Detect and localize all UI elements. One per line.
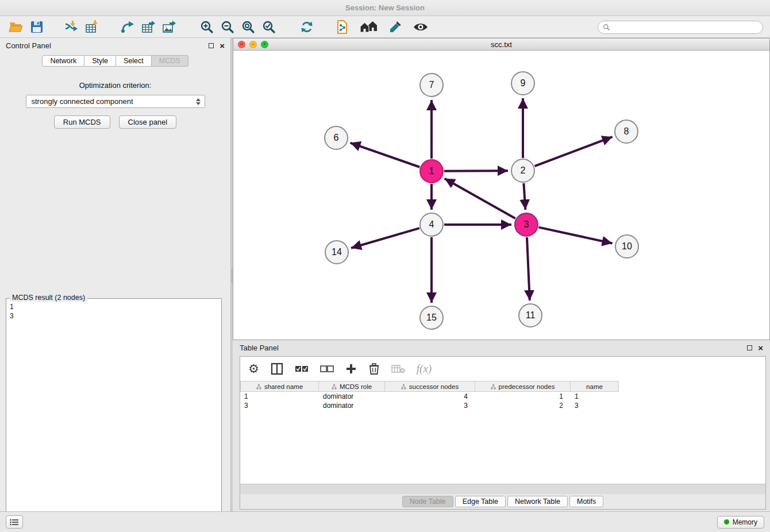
column-type-icon	[332, 384, 337, 390]
table-cell[interactable]: dominator	[319, 392, 385, 401]
graph-edge-1-2[interactable]	[444, 171, 508, 171]
table-cell[interactable]: 1	[571, 392, 619, 401]
zoom-in-icon[interactable]	[197, 17, 217, 37]
tab-select[interactable]: Select	[116, 55, 152, 67]
minimize-window-icon[interactable]: −	[249, 41, 257, 48]
search-icon	[603, 24, 610, 31]
tab-style[interactable]: Style	[84, 55, 116, 67]
first-neighbors-icon[interactable]	[357, 17, 380, 37]
column-header-mcds-role[interactable]: MCDS role	[319, 381, 385, 392]
import-network-icon[interactable]	[61, 17, 82, 37]
export-network-icon[interactable]	[117, 17, 138, 37]
graph-node-3[interactable]: 3	[514, 213, 538, 237]
tab-edge-table[interactable]: Edge Table	[455, 496, 506, 507]
select-all-columns-icon[interactable]	[295, 360, 309, 377]
graph-edge-2-8[interactable]	[535, 137, 613, 166]
float-panel-icon[interactable]	[209, 43, 214, 48]
show-graphics-details-icon[interactable]	[410, 17, 431, 37]
graph-node-6[interactable]: 6	[324, 126, 348, 150]
zoom-selected-icon[interactable]	[259, 17, 279, 37]
graph-edge-3-10[interactable]	[538, 228, 612, 244]
open-session-icon[interactable]	[6, 17, 26, 37]
column-header-name[interactable]: name	[571, 381, 619, 392]
style-paint-icon[interactable]	[385, 17, 406, 37]
tab-network-table[interactable]: Network Table	[507, 496, 568, 507]
graph-edge-3-11[interactable]	[527, 237, 530, 300]
memory-label: Memory	[733, 518, 757, 526]
close-panel-icon[interactable]: ×	[220, 41, 225, 50]
run-mcds-button[interactable]: Run MCDS	[54, 115, 110, 129]
mcds-result-item[interactable]: 3	[10, 311, 220, 321]
graph-node-15[interactable]: 15	[419, 306, 444, 330]
maximize-window-icon[interactable]: +	[261, 41, 268, 48]
zoom-fit-icon[interactable]	[238, 17, 259, 37]
close-panel-button[interactable]: Close panel	[119, 115, 177, 129]
table-tabs: Node Table Edge Table Network Table Moti…	[240, 494, 765, 509]
network-file-icon[interactable]	[332, 17, 353, 37]
mcds-result-item[interactable]: 1	[10, 302, 220, 311]
task-history-button[interactable]	[6, 515, 23, 529]
graph-node-11[interactable]: 11	[518, 303, 542, 327]
graph-edge-1-6[interactable]	[351, 143, 420, 167]
network-canvas[interactable]: 7968124314101511	[233, 51, 769, 340]
tab-mcds[interactable]: MCDS	[152, 55, 188, 67]
network-view-title: scc.txt	[491, 40, 512, 49]
graph-node-8[interactable]: 8	[614, 119, 638, 144]
column-header-predecessor-nodes[interactable]: predecessor nodes	[475, 381, 571, 392]
tab-network[interactable]: Network	[42, 55, 84, 67]
search-input[interactable]	[610, 21, 763, 33]
table-cell[interactable]: 3	[385, 401, 475, 410]
unselect-all-columns-icon[interactable]	[320, 360, 334, 377]
graph-node-10[interactable]: 10	[615, 234, 639, 259]
tab-motifs[interactable]: Motifs	[569, 496, 603, 507]
memory-status-icon	[724, 519, 729, 525]
graph-edge-2-3[interactable]	[523, 183, 525, 210]
apply-layout-icon[interactable]	[297, 17, 317, 37]
tab-node-table[interactable]: Node Table	[402, 496, 453, 507]
graph-node-9[interactable]: 9	[511, 71, 535, 95]
table-cell[interactable]: dominator	[319, 401, 385, 410]
criterion-dropdown[interactable]: strongly connected component	[26, 95, 205, 108]
save-session-icon[interactable]	[26, 17, 47, 37]
graph-node-7[interactable]: 7	[419, 73, 444, 97]
table-cell[interactable]: 2	[475, 401, 571, 410]
graph-node-4[interactable]: 4	[419, 213, 444, 237]
table-settings-icon[interactable]: ⚙	[248, 360, 259, 377]
table-row[interactable]: 1dominator411	[240, 392, 765, 401]
table-row[interactable]: 3dominator323	[240, 401, 765, 410]
graph-edge-3-1[interactable]	[445, 179, 515, 218]
table-cell[interactable]: 3	[571, 401, 619, 410]
table-cell[interactable]: 1	[475, 392, 571, 401]
column-header-successor-nodes[interactable]: successor nodes	[385, 381, 475, 392]
mcds-result-box: MCDS result (2 nodes) 13	[6, 298, 222, 513]
graph-node-2[interactable]: 2	[511, 159, 535, 183]
add-column-icon[interactable]	[345, 360, 357, 377]
close-table-panel-icon[interactable]: ×	[758, 344, 763, 352]
graph-node-14[interactable]: 14	[325, 240, 349, 264]
function-builder-icon: f(x)	[417, 360, 432, 377]
import-table-icon[interactable]	[82, 17, 102, 37]
table-panel-title: Table Panel	[240, 344, 747, 352]
table-rows: 1dominator4113dominator323	[240, 392, 765, 410]
column-header-shared-name[interactable]: shared name	[240, 381, 319, 392]
zoom-out-icon[interactable]	[217, 17, 238, 37]
memory-button[interactable]: Memory	[717, 516, 764, 529]
show-columns-icon[interactable]	[271, 360, 283, 377]
graph-edge-4-14[interactable]	[351, 228, 419, 248]
table-cell[interactable]: 3	[240, 401, 319, 410]
network-view-window: × − + scc.txt 7968124314101511	[233, 38, 770, 340]
column-type-icon	[401, 384, 406, 390]
table-cell[interactable]: 1	[240, 392, 319, 401]
table-cell[interactable]: 4	[385, 392, 475, 401]
graph-node-1[interactable]: 1	[419, 159, 444, 183]
list-icon	[10, 519, 19, 526]
export-image-icon[interactable]	[159, 17, 179, 37]
application-window: Session: New Session	[0, 0, 770, 532]
mcds-result-list[interactable]: 13	[6, 299, 221, 321]
float-table-panel-icon[interactable]	[747, 345, 752, 350]
export-table-icon[interactable]	[138, 17, 159, 37]
delete-column-icon[interactable]	[368, 360, 380, 377]
table-panel: Table Panel × ⚙	[233, 340, 770, 511]
table-scrollbar-track[interactable]	[240, 484, 765, 494]
close-window-icon[interactable]: ×	[238, 41, 245, 48]
